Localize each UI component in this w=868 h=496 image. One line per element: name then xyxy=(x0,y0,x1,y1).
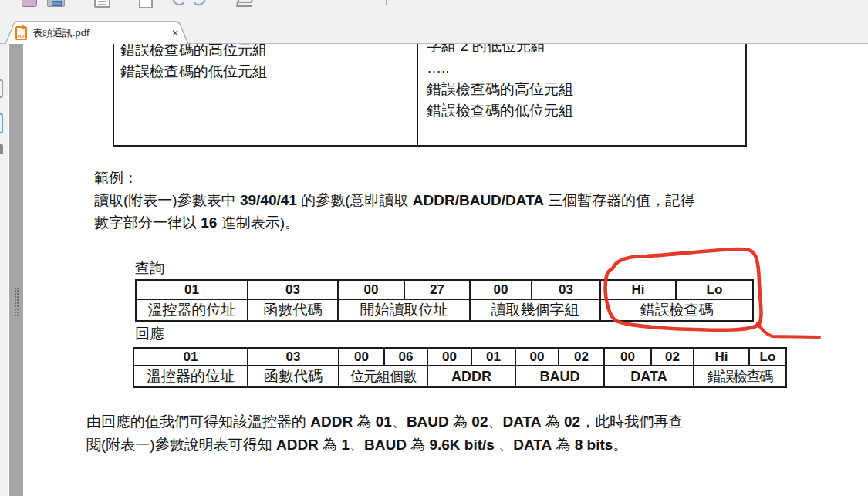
table-cell: Hi xyxy=(694,348,749,366)
table-cell: 03 xyxy=(248,348,339,366)
table-cell: Lo xyxy=(676,280,753,299)
table-cell: Lo xyxy=(749,348,786,366)
table-cell: 00 xyxy=(470,280,532,299)
table-row: 01 03 00 27 00 03 Hi Lo xyxy=(136,280,753,299)
table-row: 溫控器的位址 函數代碼 開始讀取位址 讀取幾個字組 錯誤檢查碼 xyxy=(136,299,753,321)
table-cell: 函數代碼 xyxy=(248,366,339,387)
table-cell: DATA xyxy=(604,366,694,387)
table-cell: 開始讀取位址 xyxy=(338,299,470,321)
panel-resize-grip[interactable] xyxy=(15,288,19,316)
table-cell: 27 xyxy=(404,280,470,299)
tab-title: 表頭通訊.pdf xyxy=(32,26,167,40)
table-cell: 00 xyxy=(515,348,559,366)
table-cell: 06 xyxy=(384,348,427,366)
query-label: 查詢 xyxy=(135,258,164,278)
pdf-page: 錯誤檢查碼的高位元組 錯誤檢查碼的低位元組 字組 2 的低位元組 ….. 錯誤檢… xyxy=(23,44,868,496)
table-cell: 讀取幾個字組 xyxy=(470,299,600,321)
panel-attachment-icon[interactable] xyxy=(0,144,3,154)
table-cell-line: ….. xyxy=(427,57,573,79)
toolbar xyxy=(0,0,868,19)
tab-bar: PDF 表頭通訊.pdf ✕ xyxy=(0,19,868,44)
table-cell-line: 錯誤檢查碼的低位元組 xyxy=(427,100,573,122)
pdf-viewer-window: PDF 表頭通訊.pdf ✕ 錯誤檢查碼的高位元組 錯誤檢查碼的低位元組 字組 … xyxy=(0,0,868,496)
table-row: 01 03 00 06 00 01 00 02 00 02 Hi Lo xyxy=(133,348,786,366)
table-cell: 位元組個數 xyxy=(339,366,427,387)
conclusion-paragraph: 由回應的值我們可得知該溫控器的 ADDR 為 01、BAUD 為 02、DATA… xyxy=(86,410,683,456)
table-cell: 02 xyxy=(559,348,604,366)
document-properties-icon[interactable] xyxy=(94,0,110,8)
save-icon[interactable] xyxy=(22,0,37,7)
table-cell: 01 xyxy=(471,348,515,366)
conclusion-line: 由回應的值我們可得知該溫控器的 ADDR 為 01、BAUD 為 02、DATA… xyxy=(86,410,683,434)
table-cell: 03 xyxy=(532,280,600,299)
example-heading: 範例： xyxy=(94,167,694,189)
redo-icon[interactable] xyxy=(192,0,208,8)
blank-page-icon[interactable] xyxy=(139,0,153,8)
table-cell: 03 xyxy=(248,280,338,299)
table-row: 溫控器的位址 函數代碼 位元組個數 ADDR BAUD DATA 錯誤檢查碼 xyxy=(133,366,786,387)
example-line: 讀取(附表一)參數表中 39/40/41 的參數(意即讀取 ADDR/BAUD/… xyxy=(94,189,694,211)
table-cell: 02 xyxy=(651,348,694,366)
navigation-panel-strip xyxy=(0,44,8,496)
table-cell: 溫控器的位址 xyxy=(133,366,248,387)
response-table: 01 03 00 06 00 01 00 02 00 02 Hi Lo 溫控器的… xyxy=(133,347,787,388)
table-cell: 01 xyxy=(133,348,248,366)
table-cell: 函數代碼 xyxy=(248,299,338,321)
table-cell: 01 xyxy=(136,280,248,299)
panel-bookmark-icon[interactable] xyxy=(0,79,3,98)
table-cell: 00 xyxy=(604,348,651,366)
table-cell: 錯誤檢查碼 xyxy=(600,299,753,321)
tab-close-button[interactable]: ✕ xyxy=(167,28,184,39)
table-cell: BAUD xyxy=(515,366,604,387)
table-column-divider xyxy=(417,38,418,145)
response-label: 回應 xyxy=(135,324,164,344)
query-table: 01 03 00 27 00 03 Hi Lo 溫控器的位址 函數代碼 開始讀取… xyxy=(135,279,754,322)
document-tab[interactable]: PDF 表頭通訊.pdf ✕ xyxy=(5,21,190,44)
toolbar-separator xyxy=(386,0,387,5)
continuation-table: 錯誤檢查碼的高位元組 錯誤檢查碼的低位元組 字組 2 的低位元組 ….. 錯誤檢… xyxy=(113,38,747,147)
page-gutter xyxy=(9,44,23,496)
conclusion-line: 閱(附表一)參數說明表可得知 ADDR 為 1、BAUD 為 9.6K bit/… xyxy=(86,434,683,457)
table-cell: Hi xyxy=(600,280,676,299)
print-icon[interactable] xyxy=(47,0,65,7)
table-cell: ADDR xyxy=(427,366,515,387)
undo-icon[interactable] xyxy=(171,0,186,8)
example-line: 數字部分一律以 16 進制表示)。 xyxy=(94,211,694,234)
table-cell: 錯誤檢查碼 xyxy=(694,366,786,387)
stamp-icon[interactable] xyxy=(236,0,256,8)
table-cell: 00 xyxy=(427,348,471,366)
table-cell: 00 xyxy=(338,280,404,299)
table-cell: 00 xyxy=(339,348,384,366)
panel-pages-icon[interactable] xyxy=(0,113,3,133)
example-paragraph: 範例： 讀取(附表一)參數表中 39/40/41 的參數(意即讀取 ADDR/B… xyxy=(94,167,694,234)
table-cell-line: 錯誤檢查碼的低位元組 xyxy=(120,61,267,83)
table-cell-line: 錯誤檢查碼的高位元組 xyxy=(427,79,573,100)
table-cell: 溫控器的位址 xyxy=(136,299,248,321)
foxit-pdf-icon: PDF xyxy=(15,26,27,40)
